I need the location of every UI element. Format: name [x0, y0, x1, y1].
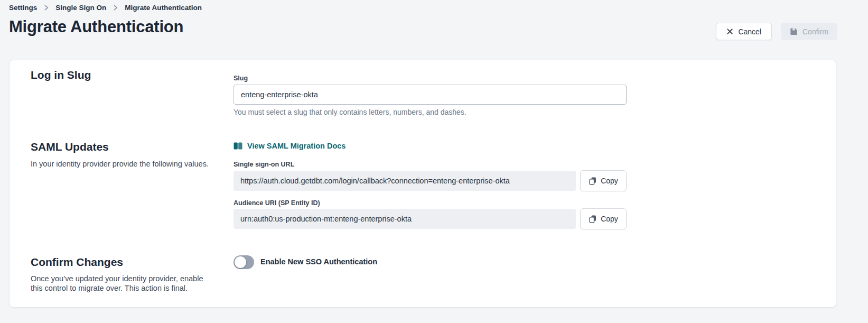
sso-url-label: Single sign-on URL — [234, 161, 294, 168]
cancel-button-label: Cancel — [738, 27, 761, 36]
enable-sso-toggle[interactable] — [234, 255, 254, 269]
copy-icon — [589, 177, 597, 185]
book-icon — [234, 142, 242, 150]
saml-updates-heading: SAML Updates — [31, 141, 109, 153]
copy-audience-uri-button[interactable]: Copy — [580, 208, 627, 229]
header-actions: Cancel Confirm — [716, 23, 837, 40]
audience-uri-field[interactable] — [234, 209, 576, 229]
slug-field-label: Slug — [234, 75, 248, 82]
cancel-button[interactable]: Cancel — [716, 23, 772, 40]
chevron-right-icon — [112, 4, 119, 11]
page-title: Migrate Authentication — [9, 17, 183, 36]
copy-button-label: Copy — [601, 215, 618, 223]
breadcrumb-single-sign-on[interactable]: Single Sign On — [55, 4, 106, 12]
confirm-changes-description: Once you’ve updated your identity provid… — [31, 274, 208, 293]
audience-uri-label: Audience URI (SP Entity ID) — [234, 199, 320, 207]
settings-card: Log in Slug Slug You must select a slug … — [9, 60, 836, 308]
copy-button-label: Copy — [601, 177, 618, 185]
copy-sso-url-button[interactable]: Copy — [580, 170, 627, 191]
chevron-right-icon — [43, 4, 50, 11]
login-slug-heading: Log in Slug — [31, 69, 91, 81]
confirm-changes-heading: Confirm Changes — [31, 256, 123, 269]
saml-updates-description: In your identity provider provide the fo… — [31, 159, 237, 169]
save-icon — [790, 27, 798, 35]
breadcrumb-settings[interactable]: Settings — [9, 4, 37, 12]
copy-icon — [589, 215, 597, 223]
confirm-button-label: Confirm — [802, 27, 828, 36]
view-saml-migration-docs-link[interactable]: View SAML Migration Docs — [234, 142, 346, 150]
enable-sso-toggle-label: Enable New SSO Authentication — [260, 257, 377, 266]
docs-link-label: View SAML Migration Docs — [247, 142, 346, 150]
confirm-button[interactable]: Confirm — [781, 23, 837, 40]
slug-input[interactable] — [234, 85, 627, 105]
sso-url-field[interactable] — [234, 171, 576, 191]
slug-helper-text: You must select a slug that only contain… — [234, 108, 466, 116]
migrate-authentication-page: Settings Single Sign On Migrate Authenti… — [0, 0, 868, 323]
breadcrumb: Settings Single Sign On Migrate Authenti… — [9, 4, 202, 12]
toggle-knob — [235, 256, 246, 268]
x-icon — [726, 28, 733, 35]
breadcrumb-current-page: Migrate Authentication — [125, 4, 202, 12]
